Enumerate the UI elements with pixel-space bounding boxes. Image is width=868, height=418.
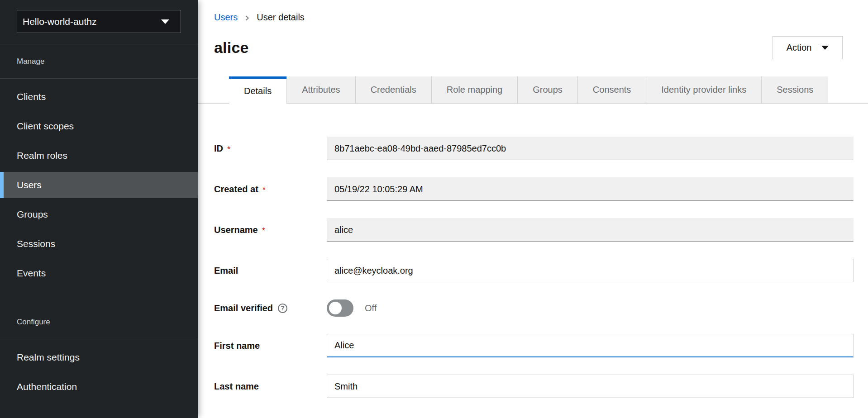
field-control-id bbox=[327, 137, 854, 160]
nav-section-configure: ConfigureRealm settingsAuthentication bbox=[0, 305, 198, 405]
sidebar-item-sessions[interactable]: Sessions bbox=[0, 231, 198, 257]
field-label-text: Username bbox=[214, 225, 258, 235]
sidebar-item-label: Realm roles bbox=[17, 150, 67, 161]
tab-role-mapping[interactable]: Role mapping bbox=[431, 76, 517, 104]
field-label-text: Last name bbox=[214, 381, 259, 392]
tab-label: Consents bbox=[593, 85, 631, 95]
tab-label: Attributes bbox=[302, 85, 340, 95]
user-details-form: ID*Created at*Username*EmailEmail verifi… bbox=[198, 104, 868, 415]
tab-label: Credentials bbox=[371, 85, 416, 95]
tab-label: Role mapping bbox=[447, 85, 502, 95]
email-input[interactable] bbox=[327, 259, 854, 282]
field-label-text: ID bbox=[214, 143, 223, 154]
form-row-username: Username* bbox=[214, 218, 854, 242]
field-label-text: Created at bbox=[214, 184, 258, 195]
realm-name: Hello-world-authz bbox=[23, 16, 96, 27]
tab-bar: DetailsAttributesCredentialsRole mapping… bbox=[198, 76, 868, 104]
sidebar-item-label: Sessions bbox=[17, 238, 55, 249]
main-content: Users User details alice Action DetailsA… bbox=[198, 0, 868, 418]
sidebar-item-realm-settings[interactable]: Realm settings bbox=[0, 344, 198, 370]
form-row-created-at: Created at* bbox=[214, 177, 854, 201]
sidebar-item-clients[interactable]: Clients bbox=[0, 84, 198, 110]
tab-label: Groups bbox=[533, 85, 563, 95]
created-at-input[interactable] bbox=[327, 177, 854, 201]
nav-list: Realm settingsAuthentication bbox=[0, 339, 198, 405]
field-control-last-name bbox=[327, 375, 854, 398]
tab-bar-spacer bbox=[198, 76, 229, 104]
tab-label: Details bbox=[244, 86, 272, 96]
toggle-state-label: Off bbox=[365, 303, 377, 314]
required-asterisk: * bbox=[262, 224, 265, 236]
field-label-created-at: Created at* bbox=[214, 183, 327, 195]
breadcrumb: Users User details bbox=[214, 12, 843, 23]
breadcrumb-current: User details bbox=[257, 12, 305, 23]
tab-sessions[interactable]: Sessions bbox=[761, 76, 828, 104]
page-title: alice bbox=[214, 39, 249, 57]
caret-down-icon bbox=[821, 46, 829, 50]
id-input[interactable] bbox=[327, 137, 854, 160]
sidebar-item-label: Realm settings bbox=[17, 352, 80, 363]
form-row-first-name: First name bbox=[214, 334, 854, 357]
title-row: alice Action bbox=[214, 36, 843, 59]
field-label-last-name: Last name bbox=[214, 381, 327, 392]
realm-switcher[interactable]: Hello-world-authz bbox=[17, 10, 181, 33]
field-label-username: Username* bbox=[214, 224, 327, 236]
chevron-right-icon bbox=[244, 15, 250, 21]
form-row-email-verified: Email verified?Off bbox=[214, 299, 854, 317]
last-name-input[interactable] bbox=[327, 375, 854, 398]
field-control-username bbox=[327, 218, 854, 242]
nav-section-manage: ManageClientsClient scopesRealm rolesUse… bbox=[0, 44, 198, 291]
app-window: Hello-world-authz ManageClientsClient sc… bbox=[0, 0, 868, 418]
tab-bar-filler bbox=[828, 76, 868, 104]
tab-label: Identity provider links bbox=[661, 85, 746, 95]
field-label-email-verified: Email verified? bbox=[214, 303, 327, 314]
caret-down-icon bbox=[161, 19, 169, 24]
field-control-created-at bbox=[327, 177, 854, 201]
sidebar-item-users[interactable]: Users bbox=[0, 172, 198, 198]
nav-section-header: Configure bbox=[0, 305, 198, 339]
sidebar-item-label: Events bbox=[17, 268, 46, 279]
field-label-text: First name bbox=[214, 341, 260, 351]
field-label-first-name: First name bbox=[214, 341, 327, 351]
toggle-knob bbox=[329, 302, 342, 314]
breadcrumb-link-users[interactable]: Users bbox=[214, 12, 238, 23]
tab-groups[interactable]: Groups bbox=[517, 76, 577, 104]
sidebar-item-label: Authentication bbox=[17, 381, 77, 392]
help-icon[interactable]: ? bbox=[278, 304, 287, 313]
tab-consents[interactable]: Consents bbox=[577, 76, 646, 104]
action-button-label: Action bbox=[787, 43, 812, 53]
nav-list: ClientsClient scopesRealm rolesUsersGrou… bbox=[0, 79, 198, 291]
field-control-email bbox=[327, 259, 854, 282]
required-asterisk: * bbox=[262, 183, 266, 195]
content-header: Users User details alice Action bbox=[198, 0, 868, 59]
sidebar-item-client-scopes[interactable]: Client scopes bbox=[0, 113, 198, 139]
tab-details[interactable]: Details bbox=[229, 76, 286, 104]
field-label-id: ID* bbox=[214, 142, 327, 154]
sidebar-item-realm-roles[interactable]: Realm roles bbox=[0, 142, 198, 169]
tab-attributes[interactable]: Attributes bbox=[286, 76, 355, 104]
sidebar-item-groups[interactable]: Groups bbox=[0, 201, 198, 228]
field-control-email-verified: Off bbox=[327, 299, 854, 317]
sidebar-nav: ManageClientsClient scopesRealm rolesUse… bbox=[0, 44, 198, 405]
sidebar-item-events[interactable]: Events bbox=[0, 260, 198, 286]
tab-credentials[interactable]: Credentials bbox=[355, 76, 431, 104]
action-dropdown-button[interactable]: Action bbox=[773, 36, 843, 59]
form-row-last-name: Last name bbox=[214, 375, 854, 398]
field-label-email: Email bbox=[214, 266, 327, 276]
form-row-id: ID* bbox=[214, 137, 854, 160]
sidebar-item-label: Client scopes bbox=[17, 121, 74, 132]
field-control-first-name bbox=[327, 334, 854, 357]
email-verified-toggle[interactable] bbox=[327, 299, 353, 317]
tab-label: Sessions bbox=[777, 85, 813, 95]
field-label-text: Email verified bbox=[214, 303, 273, 314]
sidebar-item-label: Users bbox=[17, 180, 42, 190]
sidebar-item-label: Clients bbox=[17, 91, 46, 102]
first-name-input[interactable] bbox=[327, 334, 854, 357]
username-input[interactable] bbox=[327, 218, 854, 242]
sidebar-item-authentication[interactable]: Authentication bbox=[0, 374, 198, 400]
field-label-text: Email bbox=[214, 266, 238, 276]
sidebar-item-label: Groups bbox=[17, 209, 48, 220]
tab-identity-provider-links[interactable]: Identity provider links bbox=[646, 76, 761, 104]
sidebar: Hello-world-authz ManageClientsClient sc… bbox=[0, 0, 198, 418]
form-row-email: Email bbox=[214, 259, 854, 282]
